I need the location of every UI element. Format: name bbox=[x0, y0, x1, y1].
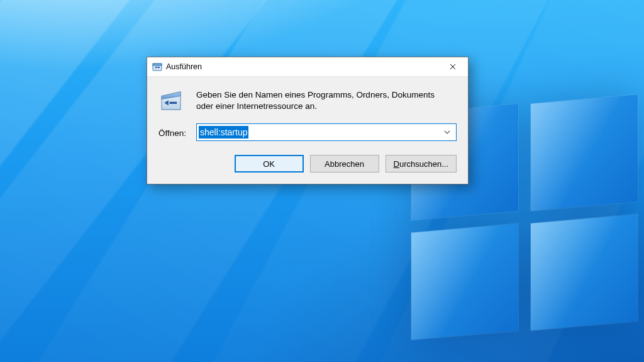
desktop-wallpaper: Ausführen bbox=[0, 0, 644, 362]
browse-button[interactable]: Durchsuchen... bbox=[386, 155, 457, 173]
open-input[interactable] bbox=[196, 123, 457, 141]
dialog-button-row: OK Abbrechen Durchsuchen... bbox=[147, 144, 468, 184]
cancel-button-label: Abbrechen bbox=[325, 159, 364, 169]
dialog-description: Geben Sie den Namen eines Programms, Ord… bbox=[196, 88, 457, 112]
svg-rect-1 bbox=[153, 64, 162, 65]
browse-button-label: Durchsuchen... bbox=[394, 159, 448, 169]
open-combobox[interactable]: shell:startup bbox=[196, 123, 457, 141]
run-dialog: Ausführen bbox=[147, 57, 469, 184]
chevron-down-icon[interactable] bbox=[440, 123, 454, 141]
open-label: Öffnen: bbox=[158, 127, 191, 138]
close-button[interactable] bbox=[438, 57, 467, 76]
titlebar[interactable]: Ausführen bbox=[147, 57, 468, 77]
cancel-button[interactable]: Abbrechen bbox=[310, 155, 379, 173]
svg-rect-3 bbox=[170, 102, 177, 104]
run-dialog-icon bbox=[158, 88, 191, 112]
svg-rect-2 bbox=[157, 67, 160, 68]
ok-button[interactable]: OK bbox=[235, 155, 304, 173]
close-icon bbox=[450, 62, 456, 72]
run-window-icon bbox=[152, 62, 162, 72]
window-title: Ausführen bbox=[162, 62, 438, 71]
ok-button-label: OK bbox=[263, 159, 275, 169]
